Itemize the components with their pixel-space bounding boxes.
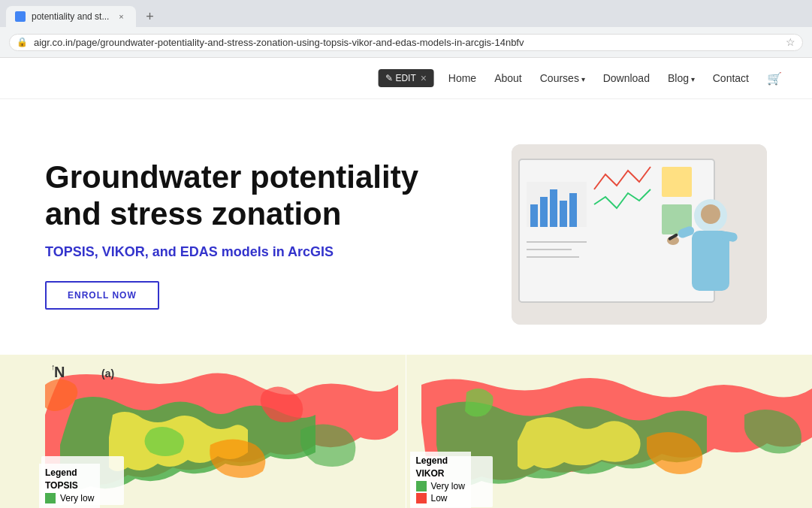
tab-title: potentiality and st...: [32, 11, 109, 22]
enroll-now-button[interactable]: ENROLL NOW: [45, 281, 159, 310]
nav-contact[interactable]: Contact: [713, 72, 749, 84]
browser-chrome: potentiality and st... × + 🔒 ☆: [0, 0, 812, 58]
nav-blog[interactable]: Blog: [668, 72, 695, 84]
site-navigation: ✎ EDIT × Home About Courses Download Blo…: [0, 58, 812, 99]
new-tab-button[interactable]: +: [139, 6, 160, 27]
svg-rect-4: [530, 204, 538, 227]
bookmark-icon[interactable]: ☆: [786, 36, 795, 48]
legend-label: Legend: [416, 455, 465, 466]
nav-home[interactable]: Home: [448, 72, 476, 84]
tab-close-button[interactable]: ×: [115, 11, 127, 23]
low-label: Low: [431, 493, 448, 503]
low-color: [416, 493, 427, 503]
nav-about[interactable]: About: [494, 72, 522, 84]
very-low-color: [45, 493, 56, 503]
maps-section: N ↑ (a) Legend TOPSIS Very low: [0, 355, 812, 508]
nav-courses[interactable]: Courses: [540, 72, 585, 84]
svg-rect-5: [540, 197, 548, 227]
nav-links: Home About Courses Download Blog Contact…: [448, 71, 782, 86]
hero-subtitle: TOPSIS, VIKOR, and EDAS models in ArcGIS: [45, 244, 481, 260]
legend-row-very-low: Very low: [45, 493, 94, 503]
legend-row-low: Low: [416, 493, 465, 503]
browser-tab[interactable]: potentiality and st... ×: [6, 6, 136, 27]
edit-button[interactable]: ✎ EDIT: [385, 73, 416, 83]
cart-icon[interactable]: 🛒: [767, 71, 782, 86]
vikor-legend: Legend VIKOR Very low Low: [410, 452, 471, 508]
very-low-label: Very low: [431, 481, 465, 491]
svg-text:N: N: [54, 364, 65, 380]
lock-icon: 🔒: [17, 37, 28, 47]
tab-favicon: [15, 11, 26, 22]
address-bar: 🔒 ☆: [0, 27, 812, 57]
svg-rect-6: [550, 189, 557, 227]
url-input[interactable]: [9, 34, 803, 51]
tab-bar: potentiality and st... × +: [0, 0, 812, 27]
nav-download[interactable]: Download: [603, 72, 650, 84]
legend-row-very-low: Very low: [416, 481, 465, 491]
legend-label: Legend: [45, 467, 94, 478]
svg-rect-8: [569, 193, 577, 227]
svg-text:↑: ↑: [51, 362, 56, 371]
edit-close-button[interactable]: ×: [421, 72, 427, 84]
hero-title: Groundwater potentiality and stress zona…: [45, 159, 481, 232]
hero-text: Groundwater potentiality and stress zona…: [45, 159, 481, 310]
svg-rect-7: [560, 201, 567, 227]
topsis-legend: Legend TOPSIS Very low: [39, 464, 100, 508]
very-low-color: [416, 481, 427, 491]
edit-bar: ✎ EDIT ×: [378, 69, 434, 87]
svg-text:(a): (a): [101, 367, 114, 379]
map-right: Legend VIKOR Very low Low: [406, 355, 813, 508]
topsis-label: TOPSIS: [45, 480, 94, 491]
hero-illustration: [512, 144, 767, 325]
url-bar-container[interactable]: 🔒 ☆: [9, 34, 803, 51]
very-low-label: Very low: [60, 493, 94, 503]
hero-image: [512, 144, 767, 325]
map-left: N ↑ (a) Legend TOPSIS Very low: [0, 355, 406, 508]
svg-point-15: [701, 204, 720, 224]
vikor-label: VIKOR: [416, 468, 465, 479]
hero-section: Groundwater potentiality and stress zona…: [0, 99, 812, 355]
svg-rect-9: [662, 167, 692, 197]
